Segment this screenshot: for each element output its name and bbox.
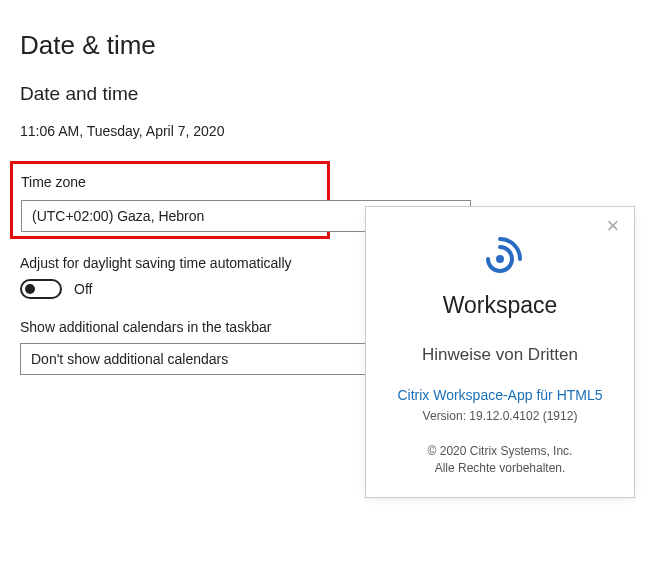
about-popup: × Workspace Hinweise von Dritten Citrix … xyxy=(365,206,635,498)
svg-point-0 xyxy=(496,255,504,263)
dst-state: Off xyxy=(74,281,92,297)
current-datetime: 11:06 AM, Tuesday, April 7, 2020 xyxy=(20,123,628,139)
dst-toggle[interactable] xyxy=(20,279,62,299)
popup-link[interactable]: Citrix Workspace-App für HTML5 xyxy=(382,387,618,403)
timezone-value: (UTC+02:00) Gaza, Hebron xyxy=(32,208,204,224)
section-title: Date and time xyxy=(20,83,628,105)
page-title: Date & time xyxy=(20,30,628,61)
close-icon[interactable]: × xyxy=(602,215,624,237)
copyright-line2: Alle Rechte vorbehalten. xyxy=(382,460,618,477)
timezone-label: Time zone xyxy=(21,174,319,190)
toggle-knob xyxy=(25,284,35,294)
popup-version: Version: 19.12.0.4102 (1912) xyxy=(382,409,618,423)
copyright-line1: © 2020 Citrix Systems, Inc. xyxy=(382,443,618,460)
timezone-highlight: Time zone (UTC+02:00) Gaza, Hebron xyxy=(10,161,330,239)
calendars-value: Don't show additional calendars xyxy=(31,351,228,367)
popup-subtitle: Hinweise von Dritten xyxy=(382,345,618,365)
workspace-logo-icon xyxy=(382,237,618,284)
popup-copyright: © 2020 Citrix Systems, Inc. Alle Rechte … xyxy=(382,443,618,477)
popup-brand: Workspace xyxy=(382,292,618,319)
